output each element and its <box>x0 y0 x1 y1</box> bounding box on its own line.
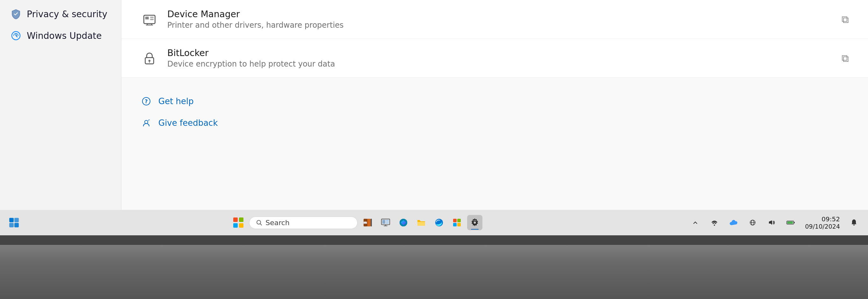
sidebar-privacy-label: Privacy & security <box>27 9 107 20</box>
svg-rect-22 <box>367 219 371 226</box>
reader-icon[interactable]: 📖 <box>360 215 375 230</box>
settings-taskbar-icon[interactable] <box>467 215 483 230</box>
svg-point-40 <box>714 225 715 226</box>
svg-rect-38 <box>457 223 461 226</box>
laptop-base <box>0 235 868 299</box>
taskbar: Search 📖 <box>0 210 868 235</box>
svg-rect-4 <box>150 19 154 20</box>
svg-point-39 <box>473 221 476 224</box>
date-display: 09/10/2024 <box>805 223 840 230</box>
search-bar[interactable]: Search <box>249 217 358 229</box>
get-help-icon: ? <box>141 96 152 107</box>
volume-icon[interactable] <box>764 215 779 230</box>
svg-point-13 <box>145 120 148 124</box>
svg-rect-46 <box>794 222 795 223</box>
svg-marker-44 <box>769 220 772 225</box>
edge-icon[interactable] <box>431 215 447 230</box>
help-section: ? Get help Give feedback <box>121 78 868 140</box>
ms-store-icon[interactable] <box>449 215 465 230</box>
settings-window: Privacy & security Windows Update <box>0 0 868 210</box>
svg-rect-18 <box>14 223 19 227</box>
get-help-label[interactable]: Get help <box>158 97 194 106</box>
device-manager-subtitle: Printer and other drivers, hardware prop… <box>167 21 835 30</box>
sidebar-item-privacy-security[interactable]: Privacy & security <box>3 4 119 24</box>
svg-rect-3 <box>150 16 154 18</box>
give-feedback-label[interactable]: Give feedback <box>158 118 218 128</box>
start-button[interactable] <box>230 214 247 231</box>
notification-icon[interactable] <box>846 215 862 230</box>
svg-text:📖: 📖 <box>363 221 367 225</box>
update-icon <box>10 30 22 41</box>
taskbar-right: 09:52 09/10/2024 <box>688 214 862 231</box>
taskbar-center: Search 📖 <box>26 214 686 231</box>
onedrive-icon[interactable] <box>726 215 741 230</box>
svg-rect-36 <box>457 219 461 222</box>
svg-rect-47 <box>787 222 793 224</box>
svg-text:?: ? <box>145 98 148 104</box>
bitlocker-title: BitLocker <box>167 48 835 58</box>
device-manager-icon <box>141 10 158 28</box>
external-link-icon-bitlocker: ⧉ <box>842 52 849 64</box>
battery-icon[interactable] <box>783 215 799 230</box>
svg-point-9 <box>149 60 151 62</box>
svg-point-19 <box>257 220 261 224</box>
network-icon[interactable] <box>707 215 722 230</box>
device-manager-title: Device Manager <box>167 9 835 20</box>
time-display: 09:52 <box>822 215 840 223</box>
search-text: Search <box>266 219 290 227</box>
bitlocker-icon <box>141 49 158 67</box>
bitlocker-row[interactable]: BitLocker Device encryption to help prot… <box>121 39 868 78</box>
device-manager-row[interactable]: Device Manager Printer and other drivers… <box>121 0 868 39</box>
device-manager-text: Device Manager Printer and other drivers… <box>167 9 835 30</box>
get-help-item[interactable]: ? Get help <box>141 91 849 112</box>
svg-rect-2 <box>145 16 149 20</box>
svg-rect-23 <box>371 219 372 226</box>
svg-rect-28 <box>386 220 389 222</box>
svg-rect-16 <box>14 218 19 222</box>
language-icon[interactable] <box>745 215 760 230</box>
laptop-hinge <box>0 235 868 245</box>
svg-rect-17 <box>9 223 14 227</box>
copilot-icon[interactable] <box>396 215 411 230</box>
bitlocker-text: BitLocker Device encryption to help prot… <box>167 48 835 68</box>
show-hidden-icons-button[interactable] <box>688 215 703 230</box>
search-icon <box>256 220 262 226</box>
svg-line-14 <box>148 120 150 120</box>
taskbar-left <box>6 215 22 230</box>
svg-line-20 <box>260 224 261 225</box>
sidebar-item-windows-update[interactable]: Windows Update <box>3 26 119 46</box>
bitlocker-subtitle: Device encryption to help protect your d… <box>167 60 835 68</box>
give-feedback-item[interactable]: Give feedback <box>141 112 849 134</box>
main-content: Device Manager Printer and other drivers… <box>121 0 868 210</box>
feedback-icon <box>141 117 152 129</box>
sidebar-update-label: Windows Update <box>27 31 102 41</box>
svg-rect-27 <box>382 220 385 224</box>
svg-rect-29 <box>386 222 389 224</box>
svg-rect-37 <box>453 223 457 226</box>
task-view-icon[interactable] <box>378 215 393 230</box>
file-explorer-icon[interactable] <box>413 215 429 230</box>
sidebar: Privacy & security Windows Update <box>0 0 121 210</box>
svg-rect-15 <box>9 218 14 222</box>
clock-display[interactable]: 09:52 09/10/2024 <box>802 214 842 231</box>
shield-icon <box>10 8 22 20</box>
svg-rect-35 <box>453 219 457 222</box>
external-link-icon-device: ⧉ <box>842 13 849 26</box>
widgets-icon[interactable] <box>6 215 22 230</box>
